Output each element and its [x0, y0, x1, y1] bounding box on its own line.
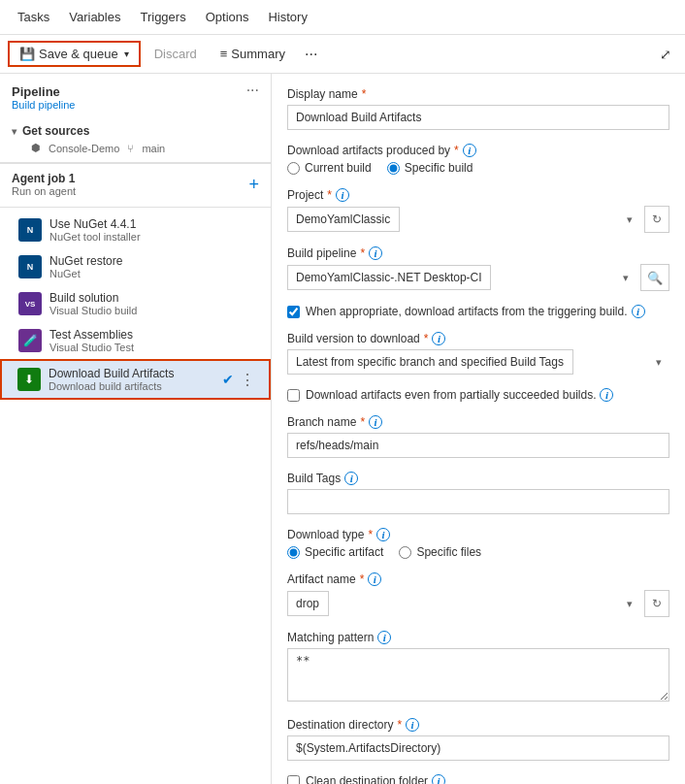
get-sources-header[interactable]: ▾ Get sources	[12, 124, 259, 138]
task-name-test-assemblies: Test Assemblies	[49, 328, 259, 342]
task-info-build-solution: Build solution Visual Studio build	[49, 291, 259, 316]
build-pipeline-select[interactable]: DemoYamlClassic-.NET Desktop-CI	[287, 265, 491, 290]
right-panel: Display name * Download artifacts produc…	[272, 74, 685, 784]
display-name-label: Display name *	[287, 87, 669, 101]
checkbox-partial-group: Download artifacts even from partially s…	[287, 388, 669, 402]
project-select[interactable]: DemoYamlClassic	[287, 207, 400, 232]
task-badges-download: ✔ ⋮	[222, 371, 257, 389]
task-item-download-artifacts[interactable]: ⬇ Download Build Artifacts Download buil…	[0, 359, 271, 400]
artifact-name-select-wrapper: drop	[287, 591, 640, 616]
display-name-input[interactable]	[287, 105, 669, 130]
current-build-option[interactable]: Current build	[287, 161, 372, 175]
destination-dir-info-icon[interactable]: i	[406, 718, 419, 732]
top-nav: Tasks Variables Triggers Options History	[0, 0, 685, 35]
project-select-wrapper: DemoYamlClassic	[287, 207, 640, 232]
produced-by-label: Download artifacts produced by * i	[287, 144, 669, 157]
partial-info-icon[interactable]: i	[600, 388, 613, 402]
add-task-button[interactable]: +	[248, 176, 259, 193]
get-sources-section: ▾ Get sources ⬢ Console-Demo ⑂ main	[0, 116, 271, 163]
branch-name-input[interactable]	[287, 433, 669, 458]
task-kebab-icon[interactable]: ⋮	[238, 371, 257, 389]
branch-label: main	[142, 143, 165, 154]
get-sources-toggle-icon: ▾	[12, 126, 16, 137]
checkbox-partial-input[interactable]	[287, 389, 300, 402]
test-assemblies-icon: 🧪	[18, 329, 42, 352]
specific-build-label: Specific build	[405, 161, 473, 175]
build-version-select[interactable]: Latest from specific branch and specifie…	[287, 349, 573, 375]
task-info-nuget-restore: NuGet restore NuGet	[49, 254, 259, 279]
branch-name-info-icon[interactable]: i	[369, 415, 382, 429]
artifact-name-info-icon[interactable]: i	[368, 572, 381, 586]
checkbox-partial-label: Download artifacts even from partially s…	[306, 388, 669, 402]
task-item-nuget-installer[interactable]: N Use NuGet 4.4.1 NuGet tool installer	[0, 212, 271, 248]
artifact-name-refresh-button[interactable]: ↻	[644, 590, 669, 617]
task-sub-test-assemblies: Visual Studio Test	[49, 342, 259, 353]
save-queue-button[interactable]: 💾 Save & queue ▾	[8, 41, 141, 67]
checkbox-triggering-input[interactable]	[287, 306, 300, 318]
task-item-nuget-restore[interactable]: N NuGet restore NuGet	[0, 248, 271, 285]
build-pipeline-search-button[interactable]: 🔍	[640, 264, 669, 291]
build-tags-input[interactable]	[287, 489, 669, 514]
matching-pattern-label: Matching pattern i	[287, 631, 669, 644]
destination-dir-input[interactable]	[287, 735, 669, 761]
triggering-info-icon[interactable]: i	[632, 305, 645, 318]
destination-dir-label: Destination directory * i	[287, 718, 669, 732]
agent-job-subtitle: Run on agent	[12, 185, 76, 197]
summary-button[interactable]: ≡ Summary	[211, 43, 295, 65]
download-artifacts-icon: ⬇	[17, 368, 41, 391]
agent-job-header: Agent job 1 Run on agent +	[12, 172, 259, 197]
task-item-test-assemblies[interactable]: 🧪 Test Assemblies Visual Studio Test	[0, 322, 271, 359]
discard-button[interactable]: Discard	[145, 43, 207, 65]
clean-dest-info-icon[interactable]: i	[432, 774, 445, 784]
artifact-name-select[interactable]: drop	[287, 591, 329, 616]
checkmark-icon: ✔	[222, 372, 234, 387]
nav-variables[interactable]: Variables	[59, 0, 130, 34]
nav-options[interactable]: Options	[196, 0, 259, 34]
save-queue-dropdown-icon: ▾	[124, 49, 129, 59]
build-pipeline-info-icon[interactable]: i	[369, 246, 382, 260]
build-version-group: Build version to download * i Latest fro…	[287, 332, 669, 375]
task-sub-download-artifacts: Download build artifacts	[49, 380, 214, 392]
build-pipeline-select-row: DemoYamlClassic-.NET Desktop-CI 🔍	[287, 264, 669, 291]
task-list: N Use NuGet 4.4.1 NuGet tool installer N…	[0, 208, 271, 404]
pipeline-subtitle[interactable]: Build pipeline	[12, 99, 259, 111]
task-item-build-solution[interactable]: VS Build solution Visual Studio build	[0, 285, 271, 322]
specific-build-option[interactable]: Specific build	[387, 161, 473, 175]
project-info-icon[interactable]: i	[336, 188, 349, 202]
project-refresh-button[interactable]: ↻	[644, 206, 669, 233]
clean-dest-input[interactable]	[287, 775, 300, 784]
toolbar-more-button[interactable]: ···	[299, 42, 323, 67]
produced-by-info-icon[interactable]: i	[463, 144, 476, 157]
build-tags-group: Build Tags i	[287, 472, 669, 514]
build-tags-info-icon[interactable]: i	[344, 472, 358, 485]
console-demo-label: Console-Demo	[49, 143, 119, 154]
nav-history[interactable]: History	[258, 0, 316, 34]
matching-pattern-info-icon[interactable]: i	[377, 631, 391, 644]
download-type-info-icon[interactable]: i	[376, 528, 390, 541]
save-icon: 💾	[19, 47, 35, 61]
destination-dir-group: Destination directory * i	[287, 718, 669, 761]
project-group: Project * i DemoYamlClassic ↻	[287, 188, 669, 233]
download-type-required: *	[368, 528, 373, 541]
agent-job-title: Agent job 1	[12, 172, 76, 185]
build-solution-icon: VS	[18, 292, 42, 315]
nav-triggers[interactable]: Triggers	[130, 0, 195, 34]
task-name-nuget-restore: NuGet restore	[49, 254, 259, 268]
nav-tasks[interactable]: Tasks	[8, 0, 59, 34]
summary-label: Summary	[231, 47, 285, 61]
expand-button[interactable]: ⤢	[654, 43, 677, 66]
build-version-info-icon[interactable]: i	[432, 332, 445, 345]
build-pipeline-required: *	[360, 246, 365, 260]
download-type-group: Download type * i Specific artifact Spec…	[287, 528, 669, 559]
build-version-label: Build version to download * i	[287, 332, 669, 345]
matching-pattern-textarea[interactable]: **	[287, 648, 669, 702]
produced-by-group: Download artifacts produced by * i Curre…	[287, 144, 669, 175]
display-name-required: *	[362, 87, 367, 101]
pipeline-more-icon[interactable]: ···	[246, 82, 259, 99]
specific-artifact-option[interactable]: Specific artifact	[287, 545, 383, 559]
specific-files-label: Specific files	[416, 545, 481, 559]
clean-dest-label: Clean destination folder i	[306, 774, 669, 784]
task-name-nuget-installer: Use NuGet 4.4.1	[49, 217, 259, 231]
download-type-label: Download type * i	[287, 528, 669, 541]
specific-files-option[interactable]: Specific files	[399, 545, 481, 559]
